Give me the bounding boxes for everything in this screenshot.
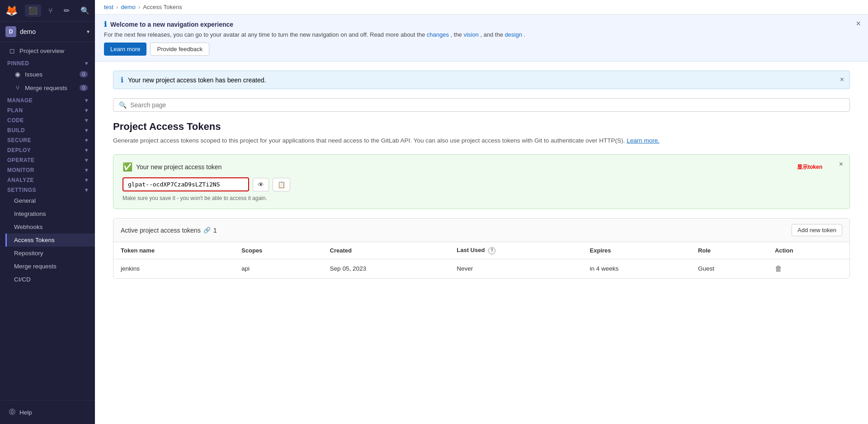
sidebar-group-monitor[interactable]: Monitor ▾ [0, 164, 95, 174]
sidebar-item-merge-requests[interactable]: ⑂ Merge requests 0 [5, 81, 95, 95]
search-icon[interactable]: 🔍 [80, 6, 90, 15]
merge-icon-button[interactable]: ⑂ [45, 5, 57, 17]
issues-badge: 0 [80, 71, 88, 77]
page-content: ℹ Your new project access token has been… [95, 62, 868, 424]
link-icon: 🔗 [203, 227, 211, 233]
token-visibility-button[interactable]: 👁 [253, 178, 269, 191]
sidebar-group-deploy[interactable]: Deploy ▾ [0, 144, 95, 154]
col-last-used: Last Used ? [449, 242, 582, 259]
chevron-down-icon: ▾ [85, 177, 88, 183]
sidebar-pinned-items: ◉ Issues 0 ⑂ Merge requests 0 [0, 67, 95, 95]
issues-icon: ◉ [14, 71, 21, 78]
sidebar-item-merge-requests-settings[interactable]: Merge requests [5, 260, 95, 273]
learn-more-button[interactable]: Learn more [104, 43, 146, 56]
success-notification: ℹ Your new project access token has been… [113, 71, 850, 89]
chevron-down-icon: ▾ [87, 29, 90, 35]
token-value-input[interactable] [123, 177, 249, 191]
cell-action: 🗑 [768, 259, 849, 278]
sidebar-item-webhooks[interactable]: Webhooks [5, 220, 95, 233]
col-scopes: Scopes [234, 242, 323, 259]
chevron-down-icon: ▾ [85, 97, 88, 104]
sidebar-group-settings[interactable]: Settings ▾ [0, 184, 95, 194]
tokens-table: Token name Scopes Created Last Used ? Ex… [113, 242, 849, 278]
success-info-icon: ℹ [121, 76, 123, 84]
merge-requests-badge: 0 [80, 85, 88, 91]
sidebar-group-code[interactable]: Code ▾ [0, 114, 95, 124]
sidebar-item-issues[interactable]: ◉ Issues 0 [5, 67, 95, 81]
nav-banner-description: For the next few releases, you can go to… [104, 31, 859, 38]
col-token-name: Token name [113, 242, 234, 259]
sidebar-group-build[interactable]: Build ▾ [0, 124, 95, 134]
add-new-token-button[interactable]: Add new token [792, 224, 842, 236]
chevron-down-icon: ▾ [85, 127, 88, 133]
chevron-up-icon: ▾ [85, 60, 88, 67]
sidebar-group-pinned[interactable]: Pinned ▾ [0, 57, 95, 67]
sidebar-group-plan[interactable]: Plan ▾ [0, 105, 95, 114]
breadcrumb-current: Access Tokens [143, 4, 182, 10]
changes-link[interactable]: changes [427, 31, 449, 38]
breadcrumb-sep-1: › [116, 4, 118, 10]
breadcrumb: test › demo › Access Tokens [95, 0, 868, 14]
token-created-note: Make sure you save it - you won't be abl… [123, 195, 840, 201]
sidebar: 🦊 ⬛ ⑂ ✏ 🔍 D demo ▾ ◻ Project overview Pi… [0, 0, 95, 424]
sidebar-item-help[interactable]: ⓪ Help [7, 405, 88, 419]
chevron-down-icon: ▾ [85, 107, 88, 114]
breadcrumb-sep-2: › [138, 4, 140, 10]
help-icon: ⓪ [9, 408, 16, 416]
gitlab-logo-icon[interactable]: 🦊 [5, 5, 18, 17]
nav-banner-actions: Learn more Provide feedback [104, 43, 859, 56]
sidebar-group-operate[interactable]: Operate ▾ [0, 154, 95, 164]
info-icon: ℹ [104, 20, 107, 29]
project-name: demo [20, 28, 87, 35]
token-copy-button[interactable]: 📋 [273, 178, 290, 191]
token-created-box: ✅ Your new project access token 显示token … [113, 154, 850, 209]
chevron-down-icon: ▾ [85, 137, 88, 143]
search-bar: 🔍 [113, 98, 850, 112]
provide-feedback-button[interactable]: Provide feedback [150, 43, 209, 56]
token-label-red: 显示token [797, 163, 822, 171]
sidebar-group-analyze[interactable]: Analyze ▾ [0, 174, 95, 184]
tokens-table-header: Active project access tokens 🔗 1 Add new… [113, 219, 849, 242]
vision-link[interactable]: vision [463, 31, 478, 38]
search-input[interactable] [130, 101, 844, 109]
sidebar-item-cicd[interactable]: CI/CD [5, 273, 95, 286]
chevron-down-icon: ▾ [85, 167, 88, 173]
nav-banner-title: ℹ Welcome to a new navigation experience [104, 20, 859, 29]
sidebar-item-repository[interactable]: Repository [5, 247, 95, 260]
sidebar-item-project-overview[interactable]: ◻ Project overview [0, 44, 95, 57]
sidebar-group-secure[interactable]: Secure ▾ [0, 134, 95, 144]
col-expires: Expires [583, 242, 691, 259]
last-used-info-icon[interactable]: ? [488, 247, 495, 254]
cell-role: Guest [691, 259, 768, 278]
token-created-close-button[interactable]: × [839, 160, 843, 168]
col-role: Role [691, 242, 768, 259]
cell-token-name: jenkins [113, 259, 234, 278]
project-header[interactable]: D demo ▾ [0, 22, 95, 42]
sidebar-nav: ◻ Project overview Pinned ▾ ◉ Issues 0 ⑂… [0, 42, 95, 288]
sidebar-item-integrations[interactable]: Integrations [5, 207, 95, 220]
search-icon: 🔍 [119, 101, 127, 109]
sidebar-item-general[interactable]: General [5, 194, 95, 207]
sidebar-group-manage[interactable]: Manage ▾ [0, 95, 95, 105]
project-avatar: D [5, 26, 16, 37]
sidebar-top-icons: ⬛ ⑂ ✏ [25, 5, 73, 17]
token-input-row: 👁 📋 [123, 177, 840, 191]
sidebar-toggle-button[interactable]: ⬛ [25, 5, 41, 17]
chevron-up-icon: ▾ [85, 187, 88, 193]
sidebar-top-bar: 🦊 ⬛ ⑂ ✏ 🔍 [0, 0, 95, 22]
check-icon: ✅ [123, 162, 132, 172]
breadcrumb-test[interactable]: test [104, 4, 113, 10]
delete-token-button[interactable]: 🗑 [775, 265, 782, 273]
success-notification-close-button[interactable]: × [840, 76, 844, 84]
project-overview-icon: ◻ [9, 47, 16, 54]
nav-banner-close-button[interactable]: × [856, 19, 861, 29]
breadcrumb-demo[interactable]: demo [121, 4, 136, 10]
edit-icon-button[interactable]: ✏ [60, 5, 73, 17]
sidebar-footer: ⓪ Help [0, 400, 95, 424]
sidebar-item-access-tokens[interactable]: Access Tokens [5, 233, 95, 247]
design-link[interactable]: design [505, 31, 522, 38]
main-content: test › demo › Access Tokens ℹ Welcome to… [95, 0, 868, 424]
cell-created: Sep 05, 2023 [323, 259, 450, 278]
learn-more-link[interactable]: Learn more. [627, 137, 660, 144]
cell-scopes: api [234, 259, 323, 278]
